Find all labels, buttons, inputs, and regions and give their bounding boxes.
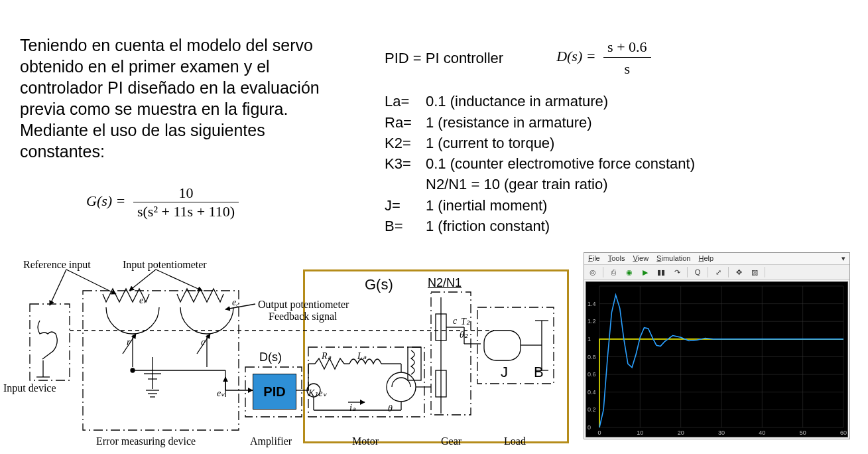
param-key: K3= — [385, 153, 426, 174]
param-key: J= — [385, 195, 426, 216]
param-val: 1 (inertial moment) — [426, 195, 547, 216]
stop-icon[interactable]: ▮▮ — [655, 266, 667, 278]
toolbar-separator — [728, 267, 729, 277]
label-t2: T₂ — [461, 316, 470, 327]
label-r: r — [127, 337, 130, 348]
menu-dropdown-icon[interactable]: ▾ — [841, 254, 845, 263]
label-gs: G(s) — [365, 276, 393, 293]
gs-lhs: G(s) = — [86, 192, 125, 209]
param-key — [385, 174, 426, 194]
svg-line-52 — [129, 269, 156, 291]
servo-schematic: Reference input Input potentiometer Outp… — [3, 258, 570, 449]
label-cshaft: c — [453, 316, 457, 327]
param-val: N2/N1 = 10 (gear train ratio) — [426, 174, 608, 194]
label-ra: Rₐ — [322, 350, 331, 362]
label-input-pot: Input potentiometer — [123, 259, 207, 271]
param-key: B= — [385, 216, 426, 236]
ds-denominator: s — [603, 57, 651, 79]
param-val: 1 (current to torque) — [426, 133, 554, 153]
label-load: Load — [504, 435, 526, 447]
label-ds: D(s) — [259, 350, 282, 364]
gs-numerator: 10 — [133, 185, 239, 202]
param-key: Ra= — [385, 112, 426, 133]
param-val: 0.1 (inductance in armature) — [426, 91, 608, 112]
param-val: 0.1 (counter electromotive force constan… — [426, 153, 695, 174]
label-b: B — [534, 364, 544, 381]
scope-menubar: File Tools View Simulation Help ▾ — [584, 253, 849, 265]
param-val: 1 (friction constant) — [426, 216, 550, 236]
parameters-column: PID = PI controller D(s) = s + 0.6 s La=… — [385, 37, 849, 236]
pid-block: PID — [253, 374, 296, 410]
label-theta2: θ₂ — [460, 329, 468, 340]
label-ec: e꜀ — [232, 297, 239, 308]
pid-controller-label: PID = PI controller — [385, 48, 503, 68]
label-la: Lₐ — [357, 350, 366, 362]
toolbar-separator — [603, 267, 603, 277]
stepfwd-icon[interactable]: ↷ — [671, 266, 683, 278]
menu-help[interactable]: Help — [698, 254, 713, 263]
label-output-pot: Output potentiometer — [258, 299, 349, 311]
menu-tools[interactable]: Tools — [608, 254, 625, 263]
label-feedback: Feedback signal — [269, 311, 338, 323]
problem-statement: Teniendo en cuenta el modelo del servo o… — [20, 35, 338, 162]
gs-denominator: s(s² + 11s + 110) — [133, 202, 239, 220]
param-key: La= — [385, 91, 426, 112]
parameter-list: La=0.1 (inductance in armature) Ra=1 (re… — [385, 91, 849, 236]
menu-view[interactable]: View — [633, 254, 649, 263]
equation-ds: D(s) = s + 0.6 s — [556, 37, 651, 79]
svg-point-32 — [387, 372, 416, 402]
label-theta: θ — [388, 404, 393, 414]
label-reference-input: Reference input — [23, 259, 91, 271]
param-key: K2= — [385, 133, 426, 153]
label-motor: Motor — [352, 435, 379, 447]
ds-numerator: s + 0.6 — [603, 37, 651, 57]
param-val: 1 (resistance in armature) — [426, 112, 592, 133]
label-gear: Gear — [441, 435, 462, 447]
label-amplifier: Amplifier — [250, 435, 292, 447]
toolbar-separator — [687, 267, 688, 277]
toolbar-separator — [765, 267, 765, 277]
label-ev: eᵥ — [217, 388, 225, 399]
svg-rect-0 — [30, 304, 70, 380]
menu-simulation[interactable]: Simulation — [656, 254, 690, 263]
label-n2n1: N2/N1 — [428, 276, 462, 290]
target-icon[interactable]: ◉ — [623, 266, 635, 278]
pan-icon[interactable]: ✥ — [733, 266, 745, 278]
label-input-device: Input device — [3, 382, 56, 394]
print-icon[interactable]: ⎙ — [607, 266, 619, 278]
play-icon[interactable]: ▶ — [639, 266, 651, 278]
zoom-icon[interactable]: Q — [692, 266, 704, 278]
label-k1ev: K₁eᵥ — [308, 388, 327, 399]
label-c: c — [201, 337, 205, 348]
ds-lhs: D(s) = — [556, 48, 595, 64]
menu-file[interactable]: File — [588, 254, 600, 263]
label-ia: iₐ — [349, 402, 355, 414]
highlight-icon[interactable]: ▨ — [749, 266, 761, 278]
scope-toolbar: ◎ ⎙ ◉ ▶ ▮▮ ↷ Q ⤢ ✥ ▨ — [584, 265, 849, 280]
svg-line-53 — [225, 304, 255, 309]
svg-rect-4 — [431, 292, 471, 415]
svg-line-51 — [156, 269, 202, 291]
equation-gs: G(s) = 10 s(s² + 11s + 110) — [86, 185, 239, 220]
schematic-svg — [3, 258, 570, 449]
simulink-scope: File Tools View Simulation Help ▾ ◎ ⎙ ◉ … — [584, 252, 850, 439]
pid-block-label: PID — [263, 384, 285, 400]
label-er: eᵣ — [139, 295, 146, 306]
toolbar-separator — [708, 267, 708, 277]
gear-icon[interactable]: ◎ — [587, 266, 599, 278]
svg-rect-44 — [484, 331, 521, 360]
autoscale-icon[interactable]: ⤢ — [712, 266, 724, 278]
svg-line-50 — [50, 269, 66, 305]
label-error-device: Error measuring device — [96, 435, 196, 447]
scope-plot-area[interactable]: 00.20.40.60.811.21.40102030405060 — [586, 281, 848, 437]
label-j: J — [501, 364, 508, 381]
